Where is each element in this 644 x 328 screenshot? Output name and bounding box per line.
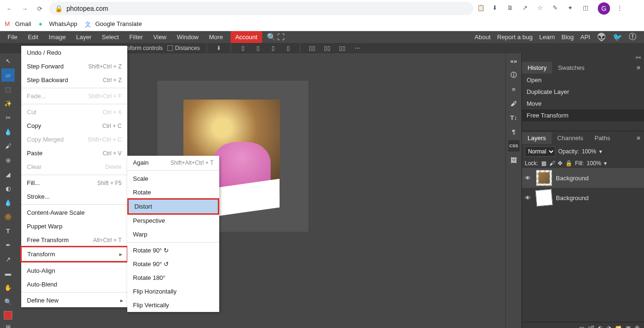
hand-tool[interactable]: ✋ — [1, 281, 15, 294]
kebab-menu-icon[interactable]: ⋮ — [617, 4, 625, 13]
opacity-dropdown-icon[interactable]: ▾ — [599, 148, 602, 155]
menu-item-again[interactable]: AgainShift+Alt+Ctrl + T — [127, 156, 219, 169]
brush-tool[interactable]: 🖌 — [1, 139, 15, 152]
fill-dropdown-icon[interactable]: ▾ — [604, 160, 607, 167]
menu-item-flip-horizontally[interactable]: Flip Horizontally — [127, 285, 219, 298]
menu-item-fill-[interactable]: Fill...Shift + F5 — [21, 176, 127, 190]
distribute-icon[interactable]: ▯▯ — [337, 43, 347, 53]
menu-item-auto-align[interactable]: Auto-Align — [21, 264, 127, 278]
menu-item-transform[interactable]: Transform — [20, 246, 128, 262]
reload-button[interactable]: ⟳ — [34, 3, 45, 14]
menu-account[interactable]: Account — [231, 31, 262, 43]
blend-mode-select[interactable]: Normal — [525, 146, 555, 157]
paragraph-panel-icon[interactable]: ¶ — [508, 126, 520, 137]
visibility-icon[interactable]: 👁 — [525, 175, 532, 182]
lock-all-icon[interactable]: 🔒 — [565, 160, 572, 167]
panel-menu-icon[interactable]: ≡ — [633, 64, 644, 71]
layer-thumbnail[interactable] — [536, 189, 553, 207]
star-icon[interactable]: ☆ — [537, 4, 546, 13]
bookmark-whatsapp[interactable]: ●WhatsApp — [39, 20, 77, 28]
menu-item-step-backward[interactable]: Step BackwardCtrl + Z — [21, 73, 127, 87]
reddit-icon[interactable]: 👽 — [597, 33, 606, 42]
opacity-value[interactable]: 100% — [582, 148, 596, 155]
lock-move-icon[interactable]: ✥ — [558, 160, 562, 167]
character-panel-icon[interactable]: T↕ — [508, 112, 520, 123]
foreground-color[interactable] — [4, 311, 12, 320]
type-tool[interactable]: T — [1, 224, 15, 237]
adjustment-icon[interactable]: ◑ — [606, 325, 611, 328]
download-icon[interactable]: ⬇ — [492, 4, 501, 13]
tab-swatches[interactable]: Swatches — [552, 62, 590, 74]
mask-icon[interactable]: ◐ — [598, 325, 603, 328]
adjustments-panel-icon[interactable]: ≡ — [508, 84, 520, 95]
align-right-icon[interactable]: ▯ — [268, 43, 278, 53]
menu-item-stroke-[interactable]: Stroke... — [21, 190, 127, 203]
menu-item-distort[interactable]: Distort — [127, 198, 219, 215]
forward-button[interactable]: → — [19, 3, 30, 14]
brush-panel-icon[interactable]: 🖌 — [508, 98, 520, 109]
path-tool[interactable]: ↗ — [1, 252, 15, 266]
pen-tool[interactable]: ✒ — [1, 238, 15, 252]
align-center-icon[interactable]: ▯ — [253, 43, 263, 53]
history-item[interactable]: Open — [522, 74, 644, 86]
clone-tool[interactable]: ⊕ — [1, 153, 15, 167]
folder-icon[interactable]: 📁 — [615, 325, 622, 328]
blur-tool[interactable]: 💧 — [1, 196, 15, 209]
menu-item-perspective[interactable]: Perspective — [127, 214, 219, 227]
tab-paths[interactable]: Paths — [589, 132, 616, 144]
eraser-tool[interactable]: ◢ — [1, 168, 15, 181]
link-report-bug[interactable]: Report a bug — [497, 34, 533, 41]
panel-handle-icon[interactable]: «» — [508, 55, 520, 67]
menu-file[interactable]: File — [3, 31, 22, 43]
menu-select[interactable]: Select — [97, 31, 124, 43]
address-bar[interactable]: 🔒 photopea.com — [49, 2, 473, 15]
menu-item-scale[interactable]: Scale — [127, 172, 219, 185]
new-layer-icon[interactable]: ▣ — [626, 325, 631, 328]
fx-icon[interactable]: eff — [588, 325, 594, 328]
menu-item-rotate[interactable]: Rotate — [127, 185, 219, 199]
history-item[interactable]: Move — [522, 98, 644, 109]
distribute-icon[interactable]: ▯▯ — [307, 43, 317, 53]
align-left-icon[interactable]: ▯ — [238, 43, 248, 53]
sidepanel-icon[interactable]: ◫ — [583, 4, 591, 13]
back-button[interactable]: ← — [4, 3, 15, 14]
menu-more[interactable]: More — [204, 31, 228, 43]
shape-tool[interactable]: ▬ — [1, 267, 15, 280]
twitter-icon[interactable]: 🐦 — [613, 33, 622, 42]
eyedropper-icon[interactable]: ✎ — [553, 4, 561, 13]
clipboard-icon[interactable]: 📋 — [477, 4, 486, 13]
menu-layer[interactable]: Layer — [72, 31, 97, 43]
extensions-icon[interactable]: ✦ — [568, 4, 576, 13]
panel-menu-icon[interactable]: ≡ — [633, 135, 644, 142]
menu-item-flip-vertically[interactable]: Flip Vertically — [127, 298, 219, 312]
menu-edit[interactable]: Edit — [23, 31, 43, 43]
facebook-icon[interactable]: ⓕ — [629, 32, 636, 42]
menu-item-step-forward[interactable]: Step ForwardShift+Ctrl + Z — [21, 59, 127, 73]
css-panel-icon[interactable]: CSS — [508, 140, 520, 151]
download-icon[interactable]: ⬇ — [214, 43, 224, 53]
layer-row[interactable]: 👁 Background — [522, 168, 644, 188]
menu-item-undo-redo[interactable]: Undo / Redo — [21, 46, 127, 59]
eyedropper-tool[interactable]: 💧 — [1, 125, 15, 138]
menu-window[interactable]: Window — [172, 31, 203, 43]
crop-tool[interactable]: ✂ — [1, 111, 15, 124]
lock-transparency-icon[interactable]: ▦ — [541, 160, 546, 167]
menu-item-warp[interactable]: Warp — [127, 227, 219, 241]
menu-item-rotate-[interactable]: Rotate 180° — [127, 271, 219, 285]
distribute-icon[interactable]: ▯▯ — [322, 43, 332, 53]
align-top-icon[interactable]: ▯ — [283, 43, 293, 53]
menu-item-free-transform[interactable]: Free TransformAlt+Ctrl + T — [21, 233, 127, 247]
menu-item-define-new[interactable]: Define New — [21, 294, 127, 307]
panel-collapse-icon[interactable]: »« — [522, 53, 644, 61]
layer-name[interactable]: Background — [556, 194, 588, 202]
info-panel-icon[interactable]: ⓘ — [508, 69, 520, 81]
artboard-tool[interactable]: ▱ — [1, 68, 15, 82]
profile-avatar[interactable]: G — [598, 2, 610, 15]
link-learn[interactable]: Learn — [539, 34, 555, 41]
link-blog[interactable]: Blog — [561, 34, 574, 41]
page-icon[interactable]: 🗎 — [507, 4, 516, 13]
layer-name[interactable]: Background — [556, 175, 588, 182]
menu-view[interactable]: View — [149, 31, 171, 43]
menu-item-copy[interactable]: CopyCtrl + C — [21, 119, 127, 133]
menu-image[interactable]: Image — [44, 31, 70, 43]
